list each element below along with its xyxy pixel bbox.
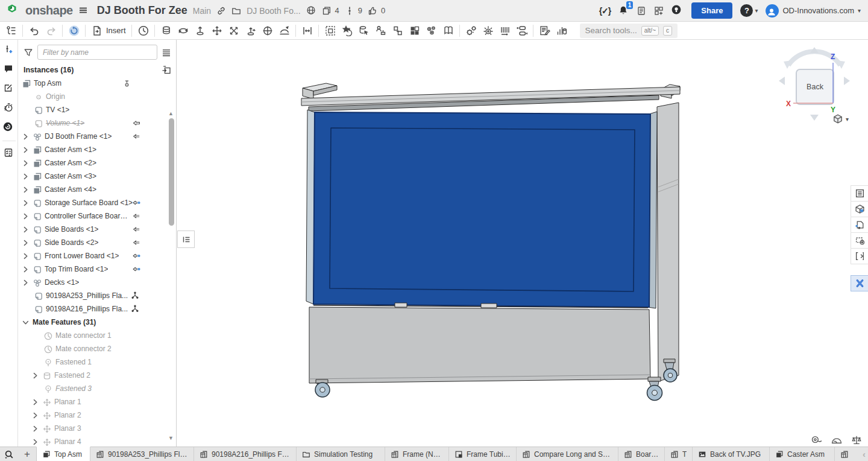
ball-mate-icon[interactable] bbox=[259, 23, 275, 38]
slider-mate-icon[interactable] bbox=[192, 23, 208, 38]
tab-simulation-testing[interactable]: Simulation Testing bbox=[297, 447, 385, 461]
filter-funnel-icon[interactable] bbox=[24, 48, 33, 57]
tree-item-mate-connector-2[interactable]: Mate connector 2 bbox=[18, 342, 176, 355]
expand-chevron-icon[interactable] bbox=[31, 425, 39, 433]
account-menu[interactable]: OD-Innovations.com ▾ bbox=[766, 4, 861, 17]
transfer-part-icon[interactable] bbox=[389, 23, 406, 38]
display-tools-icon[interactable] bbox=[553, 23, 570, 38]
tree-item-mate-connector-1[interactable]: Mate connector 1 bbox=[18, 329, 176, 342]
feature-list-icon[interactable] bbox=[3, 23, 19, 38]
graphics-viewport[interactable]: Back Z X Y ▾ bbox=[177, 40, 868, 447]
undo-icon[interactable] bbox=[26, 23, 42, 38]
tree-item-fastened-1[interactable]: Fastened 1 bbox=[18, 355, 176, 369]
copies-icon[interactable] bbox=[322, 6, 332, 16]
view-options-menu[interactable]: ▾ bbox=[832, 113, 849, 124]
custom-features-icon[interactable]: {✓} bbox=[599, 6, 611, 16]
revolute-mate-icon[interactable] bbox=[175, 23, 191, 38]
onshape-logo[interactable]: onshape bbox=[7, 4, 73, 18]
tree-item-caster-asm-4[interactable]: Caster Asm <4> bbox=[18, 183, 176, 196]
relations-icon[interactable] bbox=[463, 23, 479, 38]
sync-icon[interactable] bbox=[66, 23, 82, 38]
scroll-up-icon[interactable]: ▲ bbox=[168, 111, 174, 116]
tree-item-origin[interactable]: Origin bbox=[18, 90, 176, 103]
tab-caster-asm[interactable]: Caster Asm bbox=[770, 447, 835, 461]
tree-item-caster-asm-2[interactable]: Caster Asm <2> bbox=[18, 156, 176, 170]
notifications-button[interactable]: 1 bbox=[618, 5, 629, 16]
expand-chevron-icon[interactable] bbox=[22, 252, 30, 260]
appearance-icon[interactable] bbox=[851, 217, 868, 233]
create-version-icon[interactable] bbox=[4, 45, 14, 55]
tree-item-decks[interactable]: Decks <1> bbox=[18, 276, 176, 289]
tree-item-fastened-2[interactable]: Fastened 2 bbox=[18, 369, 176, 382]
tree-item-fastened-3[interactable]: Fastened 3 bbox=[18, 382, 176, 395]
checklist-icon[interactable] bbox=[4, 148, 14, 158]
pattern-icon[interactable] bbox=[406, 23, 423, 38]
release-notes-icon[interactable] bbox=[637, 6, 646, 16]
expand-chevron-icon[interactable] bbox=[22, 212, 30, 220]
expand-chevron-icon[interactable] bbox=[22, 199, 30, 207]
comment-icon[interactable] bbox=[4, 64, 14, 74]
insert-instance-icon[interactable] bbox=[162, 65, 171, 75]
tree-item-front-lower-board[interactable]: Front Lower Board <1> bbox=[18, 249, 176, 262]
expand-chevron-icon[interactable] bbox=[22, 146, 30, 154]
tree-item-storage-surface-board[interactable]: Storage Surface Board <1> bbox=[18, 196, 176, 209]
tree-item-side-boards-2[interactable]: Side Boards <2> bbox=[18, 236, 176, 249]
redo-icon[interactable] bbox=[43, 23, 59, 38]
view-cube[interactable]: Back Z X Y ▾ bbox=[778, 47, 852, 127]
display-states-icon[interactable] bbox=[851, 232, 868, 249]
expand-chevron-icon[interactable] bbox=[31, 412, 39, 419]
tree-item-planar-2[interactable]: Planar 2 bbox=[18, 409, 176, 422]
expand-chevron-icon[interactable] bbox=[22, 239, 30, 247]
dj-booth-model[interactable] bbox=[289, 75, 687, 404]
tree-item-caster-asm-1[interactable]: Caster Asm <1> bbox=[18, 143, 176, 156]
expand-chevron-icon[interactable] bbox=[22, 133, 30, 141]
collapse-chevron-icon[interactable] bbox=[22, 319, 30, 326]
replicate-icon[interactable] bbox=[339, 23, 355, 38]
named-positions-icon[interactable] bbox=[440, 23, 456, 38]
like-icon[interactable] bbox=[368, 6, 377, 16]
interference-icon[interactable] bbox=[497, 23, 513, 38]
tab-boards[interactable]: Boards bbox=[618, 447, 665, 461]
link-icon[interactable] bbox=[216, 6, 226, 16]
simulation-icon[interactable] bbox=[480, 23, 496, 38]
hardware-icon[interactable] bbox=[423, 23, 439, 38]
insert-icon[interactable] bbox=[89, 23, 105, 38]
learning-center-icon[interactable] bbox=[671, 5, 684, 17]
cylindrical-mate-icon[interactable] bbox=[225, 23, 242, 38]
expand-chevron-icon[interactable] bbox=[22, 226, 30, 234]
filter-input[interactable] bbox=[37, 45, 157, 60]
tab-back-of-tv-jpg[interactable]: Back of TV.JPG bbox=[693, 447, 770, 461]
tab-prev-icon[interactable]: ‹ bbox=[863, 449, 866, 459]
tree-item-controller-surface-board[interactable]: Controller Surface Board <... bbox=[18, 209, 176, 223]
tree-item-phillips-a253[interactable]: 90198A253_Phillips Fla... bbox=[18, 289, 176, 302]
select-part-icon[interactable] bbox=[356, 23, 372, 38]
planar-mate-icon[interactable] bbox=[209, 23, 225, 38]
tab-compare-long-short[interactable]: Compare Long and Sho... bbox=[517, 447, 618, 461]
learning-help-icon[interactable] bbox=[3, 122, 15, 134]
tab-phillips-a253[interactable]: 90198A253_Phillips Fla... bbox=[90, 447, 194, 461]
scroll-down-icon[interactable]: ▼ bbox=[168, 436, 174, 440]
tree-item-planar-1[interactable]: Planar 1 bbox=[18, 395, 176, 409]
tree-item-top-trim-board[interactable]: Top Trim Board <1> bbox=[18, 262, 176, 276]
expand-chevron-icon[interactable] bbox=[31, 398, 39, 406]
expand-chevron-icon[interactable] bbox=[22, 186, 30, 194]
expand-chevron-icon[interactable] bbox=[31, 438, 39, 446]
pin-slot-mate-icon[interactable] bbox=[242, 23, 259, 38]
tree-item-top-asm[interactable]: Top Asm bbox=[18, 77, 176, 90]
width-mate-icon[interactable] bbox=[299, 23, 315, 38]
expand-chevron-icon[interactable] bbox=[31, 372, 39, 380]
history-clock-icon[interactable] bbox=[4, 103, 14, 113]
snap-mode-icon[interactable] bbox=[373, 23, 389, 38]
tree-item-planar-3[interactable]: Planar 3 bbox=[18, 422, 176, 435]
tab-phillips-a216[interactable]: 90198A216_Phillips Fla... bbox=[194, 447, 297, 461]
tree-item-phillips-a216[interactable]: 90198A216_Phillips Fla... bbox=[18, 302, 176, 316]
insert-label[interactable]: Insert bbox=[106, 26, 126, 35]
tab-frame-tubing[interactable]: Frame Tubing bbox=[449, 447, 517, 461]
tree-item-planar-4[interactable]: Planar 4 bbox=[18, 435, 176, 447]
public-globe-icon[interactable] bbox=[306, 5, 316, 16]
mass-properties-icon[interactable] bbox=[851, 434, 862, 445]
versions-icon[interactable] bbox=[345, 6, 354, 16]
tree-item-dj-booth-frame[interactable]: DJ Booth Frame <1> bbox=[18, 130, 176, 143]
protractor-icon[interactable] bbox=[831, 434, 842, 445]
search-tabs-icon[interactable] bbox=[0, 447, 18, 461]
